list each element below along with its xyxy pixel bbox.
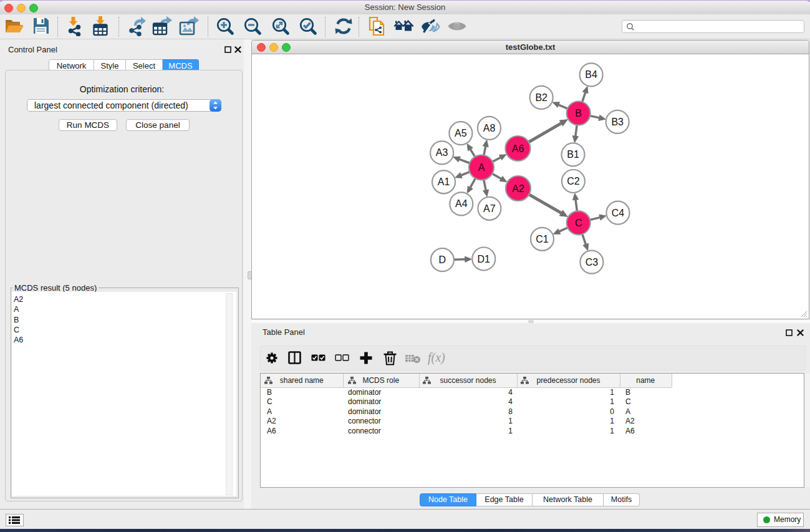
- svg-text:A2: A2: [512, 183, 524, 194]
- svg-text:A3: A3: [436, 147, 448, 158]
- svg-text:D1: D1: [478, 254, 491, 264]
- svg-text:C: C: [575, 218, 582, 228]
- svg-text:B2: B2: [535, 92, 547, 103]
- svg-text:A5: A5: [455, 128, 467, 138]
- svg-text:A7: A7: [483, 203, 496, 214]
- svg-text:A: A: [478, 162, 485, 173]
- svg-text:A4: A4: [455, 198, 468, 209]
- svg-text:B3: B3: [611, 117, 624, 127]
- svg-text:D: D: [439, 254, 446, 265]
- svg-text:C3: C3: [586, 257, 599, 268]
- svg-text:A1: A1: [438, 177, 450, 187]
- svg-text:A8: A8: [483, 123, 496, 133]
- svg-text:C4: C4: [612, 208, 625, 218]
- svg-text:B4: B4: [585, 69, 597, 80]
- svg-text:B: B: [575, 108, 582, 118]
- svg-text:C2: C2: [567, 176, 580, 186]
- svg-text:B1: B1: [567, 149, 579, 160]
- svg-text:A6: A6: [512, 143, 524, 154]
- svg-text:C1: C1: [536, 234, 549, 244]
